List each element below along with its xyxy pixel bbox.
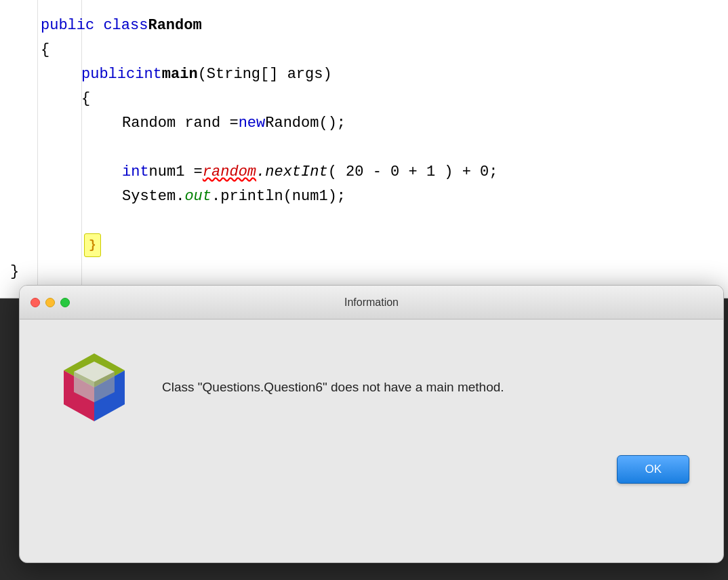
class-name: Random bbox=[148, 14, 201, 37]
nextInt-args: ( 20 - 0 + 1 ) + 0; bbox=[328, 160, 498, 184]
num1-assign: num1 = bbox=[149, 160, 203, 184]
rand-decl: Random rand = bbox=[122, 111, 239, 135]
ok-button[interactable]: OK bbox=[617, 455, 689, 484]
keyword-public: public class bbox=[41, 14, 148, 37]
nextInt-method: .nextInt bbox=[256, 160, 328, 184]
method-params: (String[] args) bbox=[198, 62, 332, 86]
code-line-8: System.out.println(num1); bbox=[41, 185, 708, 209]
keyword-public2: public bbox=[81, 62, 135, 86]
code-line-4: { bbox=[41, 87, 708, 111]
open-brace-outer: { bbox=[41, 38, 49, 62]
code-line-6 bbox=[41, 136, 708, 160]
rand-constructor: Random(); bbox=[265, 111, 346, 135]
code-line-3: public int main(String[] args) bbox=[41, 62, 708, 87]
code-line-10: } bbox=[41, 233, 708, 258]
dialog-footer: OK bbox=[20, 455, 723, 511]
random-var: random bbox=[203, 160, 256, 184]
dialog-title: Information bbox=[344, 296, 399, 309]
code-line-9 bbox=[41, 209, 708, 233]
minimize-button[interactable] bbox=[45, 298, 55, 307]
code-line-1: public class Random bbox=[41, 14, 708, 38]
bookmark-indicator: } bbox=[84, 233, 101, 257]
out-keyword: out bbox=[184, 185, 211, 208]
code-line-7: int num1 = random.nextInt( 20 - 0 + 1 ) … bbox=[41, 160, 708, 185]
code-editor: public class Random { public int main(St… bbox=[0, 0, 728, 298]
code-line-5: Random rand = new Random(); bbox=[41, 111, 708, 136]
intellij-logo-icon bbox=[54, 347, 135, 428]
keyword-int: int bbox=[135, 62, 162, 86]
dialog-body: Class "Questions.Question6" does not hav… bbox=[20, 320, 723, 455]
close-button[interactable] bbox=[31, 298, 40, 307]
open-brace-method: { bbox=[81, 87, 90, 111]
code-line-2: { bbox=[41, 38, 708, 62]
println-call: .println(num1); bbox=[211, 185, 346, 208]
keyword-int2: int bbox=[122, 160, 149, 184]
keyword-new: new bbox=[239, 111, 266, 135]
dialog-titlebar: Information bbox=[20, 286, 723, 320]
dialog-message-text: Class "Questions.Question6" does not hav… bbox=[162, 378, 689, 398]
system-call: System. bbox=[122, 185, 184, 208]
code-line-11 bbox=[41, 258, 708, 282]
method-name: main bbox=[162, 62, 198, 86]
traffic-lights bbox=[31, 298, 70, 307]
outer-class-brace: } bbox=[10, 263, 19, 280]
maximize-button[interactable] bbox=[60, 298, 70, 307]
information-dialog: Information Class "Questions.Question6" … bbox=[19, 285, 724, 563]
